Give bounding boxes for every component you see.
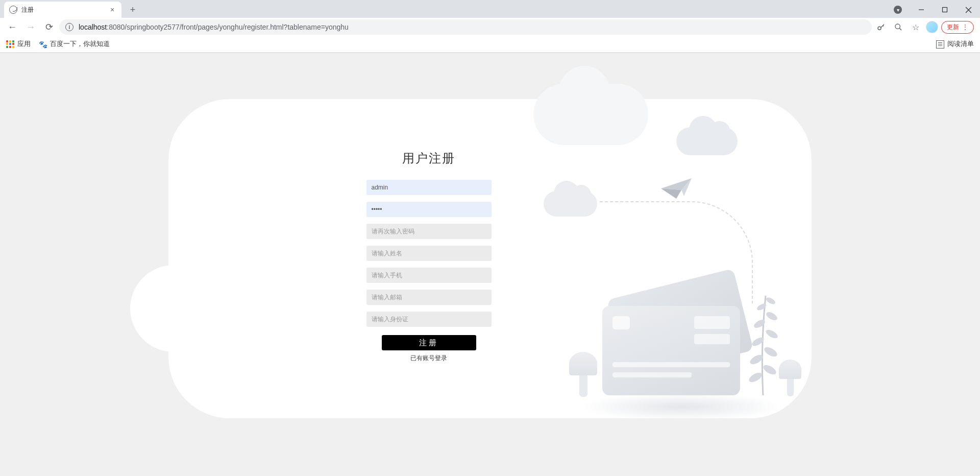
new-tab-button[interactable]: + xyxy=(126,3,140,17)
paper-plane-icon xyxy=(658,176,694,201)
svg-point-4 xyxy=(878,27,881,30)
phone-input[interactable] xyxy=(366,268,492,283)
account-icon[interactable]: ▾ xyxy=(886,2,910,18)
username-input[interactable] xyxy=(366,180,492,195)
svg-line-6 xyxy=(899,28,901,30)
site-info-icon[interactable]: i xyxy=(65,23,74,31)
svg-point-17 xyxy=(765,311,779,322)
form-title: 用户注册 xyxy=(402,150,455,166)
register-form: 用户注册 注册 已有账号登录 xyxy=(352,150,505,362)
svg-point-13 xyxy=(763,345,778,359)
register-button[interactable]: 注册 xyxy=(382,335,476,350)
url-input[interactable]: i localhost:8080/springbooty2577/front/p… xyxy=(59,19,872,35)
close-tab-icon[interactable]: × xyxy=(108,6,116,14)
login-link[interactable]: 已有账号登录 xyxy=(410,354,447,362)
address-bar: ← → ⟳ i localhost:8080/springbooty2577/f… xyxy=(0,18,980,36)
svg-point-10 xyxy=(747,371,763,384)
baidu-label: 百度一下，你就知道 xyxy=(50,40,110,49)
mushroom-decoration xyxy=(779,360,801,395)
browser-tab[interactable]: 注册 × xyxy=(4,2,121,18)
url-path: :8080/springbooty2577/front/pages/yonghu… xyxy=(107,23,349,31)
apps-shortcut[interactable]: 应用 xyxy=(6,40,31,49)
page-viewport: 用户注册 注册 已有账号登录 xyxy=(0,53,980,476)
maximize-button[interactable] xyxy=(933,2,957,18)
card-bump-decoration xyxy=(130,265,217,352)
name-input[interactable] xyxy=(366,246,492,261)
update-button[interactable]: 更新 ⋮ xyxy=(941,21,974,34)
apps-label: 应用 xyxy=(17,40,31,49)
baidu-paw-icon: 🐾 xyxy=(39,40,47,49)
window-controls: ▾ xyxy=(886,2,980,18)
globe-icon xyxy=(9,6,17,14)
profile-avatar[interactable] xyxy=(926,21,938,33)
bookmark-star-icon[interactable]: ☆ xyxy=(909,20,923,34)
reading-list-button[interactable]: 阅读清单 xyxy=(936,40,974,49)
svg-point-15 xyxy=(765,328,779,340)
update-label: 更新 xyxy=(947,23,959,32)
bookmarks-bar: 应用 🐾 百度一下，你就知道 阅读清单 xyxy=(0,36,980,53)
confirm-password-input[interactable] xyxy=(366,224,492,239)
svg-marker-8 xyxy=(661,188,681,199)
email-input[interactable] xyxy=(366,290,492,305)
svg-point-19 xyxy=(765,296,776,306)
back-button[interactable]: ← xyxy=(4,19,20,35)
cloud-decoration xyxy=(676,127,738,155)
bookmark-baidu[interactable]: 🐾 百度一下，你就知道 xyxy=(39,40,110,49)
reading-list-icon xyxy=(936,40,944,49)
cloud-decoration xyxy=(533,84,648,145)
browser-chrome: 注册 × + ▾ ← → ⟳ i localhost:8080/springbo… xyxy=(0,0,980,53)
apps-grid-icon xyxy=(6,40,14,49)
url-host: localhost xyxy=(79,23,107,31)
reading-list-label: 阅读清单 xyxy=(947,40,974,49)
password-input[interactable] xyxy=(366,202,492,217)
mushroom-decoration xyxy=(569,352,597,395)
cloud-decoration xyxy=(544,191,597,217)
svg-point-11 xyxy=(762,363,777,376)
address-bar-actions: ☆ 更新 ⋮ xyxy=(874,20,976,34)
close-window-button[interactable] xyxy=(957,2,980,18)
minimize-button[interactable] xyxy=(910,2,933,18)
content-card: 用户注册 注册 已有账号登录 xyxy=(168,99,812,418)
reload-button[interactable]: ⟳ xyxy=(41,19,57,35)
credit-card-illustration xyxy=(602,296,753,398)
forward-button[interactable]: → xyxy=(22,19,39,35)
password-key-icon[interactable] xyxy=(874,20,888,34)
idcard-input[interactable] xyxy=(366,312,492,327)
tab-bar: 注册 × + ▾ xyxy=(0,0,980,18)
tab-title: 注册 xyxy=(21,6,104,14)
svg-point-5 xyxy=(895,24,900,29)
menu-dots-icon: ⋮ xyxy=(962,23,968,31)
svg-rect-1 xyxy=(943,8,947,12)
zoom-icon[interactable] xyxy=(891,20,905,34)
